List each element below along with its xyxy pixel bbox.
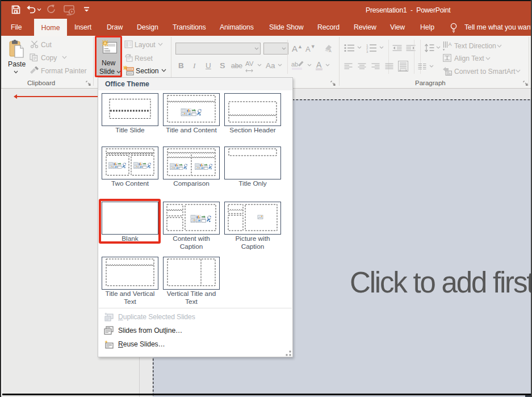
svg-text:3: 3 — [366, 50, 368, 53]
svg-text:A: A — [329, 49, 332, 53]
svg-text:A: A — [449, 41, 452, 47]
svg-text:ab: ab — [291, 61, 298, 68]
